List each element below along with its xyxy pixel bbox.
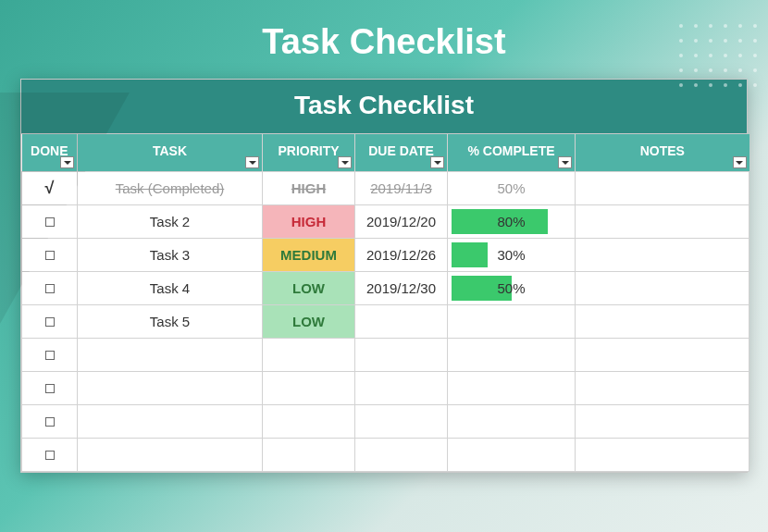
task-cell[interactable] <box>78 372 263 405</box>
table-row <box>22 339 749 372</box>
task-cell[interactable]: Task (Completed) <box>78 172 263 205</box>
duedate-cell[interactable]: 2019/12/26 <box>355 239 448 272</box>
notes-cell[interactable] <box>576 439 749 472</box>
duedate-cell[interactable] <box>355 372 448 405</box>
complete-cell[interactable]: 80% <box>448 205 576 239</box>
done-cell[interactable] <box>22 372 78 405</box>
filter-button-duedate[interactable] <box>430 156 444 168</box>
table-row <box>22 372 749 405</box>
task-cell[interactable] <box>78 439 263 472</box>
table-row: Task 5LOW <box>22 305 749 339</box>
table-row: Task 4LOW2019/12/3050% <box>22 272 749 305</box>
checkbox-icon <box>45 217 55 227</box>
priority-cell[interactable]: LOW <box>263 272 355 305</box>
table-row: Task 3MEDIUM2019/12/2630% <box>22 239 749 272</box>
progress-bar-wrap: 50% <box>448 172 575 204</box>
header-duedate: DUE DATE <box>355 134 448 172</box>
task-cell[interactable] <box>78 339 263 372</box>
complete-cell[interactable] <box>448 339 576 372</box>
header-priority: PRIORITY <box>263 134 355 172</box>
checkbox-icon <box>45 251 55 260</box>
checkbox-icon <box>45 451 55 460</box>
complete-cell[interactable] <box>448 372 576 405</box>
table-row <box>22 439 749 472</box>
checkbox-icon <box>45 317 55 327</box>
table-row <box>22 405 749 439</box>
done-cell[interactable] <box>22 339 78 372</box>
notes-cell[interactable] <box>576 405 749 439</box>
task-cell[interactable]: Task 5 <box>78 305 263 339</box>
priority-cell[interactable]: LOW <box>263 305 355 339</box>
complete-cell[interactable]: 30% <box>448 239 576 272</box>
progress-label: 30% <box>452 242 571 268</box>
checkbox-icon <box>45 351 55 360</box>
filter-button-complete[interactable] <box>558 156 572 168</box>
task-cell[interactable] <box>78 405 263 439</box>
priority-cell[interactable]: MEDIUM <box>263 239 355 272</box>
checkmark-icon: √ <box>45 179 55 197</box>
checkbox-icon <box>45 384 55 393</box>
task-cell[interactable]: Task 3 <box>78 239 263 272</box>
duedate-cell[interactable] <box>355 439 448 472</box>
header-complete-label: % COMPLETE <box>467 143 554 158</box>
progress-bar-wrap: 50% <box>448 272 575 304</box>
complete-cell[interactable] <box>448 405 576 439</box>
header-duedate-label: DUE DATE <box>368 143 434 158</box>
task-cell[interactable]: Task 2 <box>78 205 263 239</box>
done-cell[interactable] <box>22 305 78 339</box>
page-title: Task Checklist <box>0 0 768 79</box>
duedate-cell[interactable]: 2019/11/3 <box>355 172 448 205</box>
sheet-title: Task Checklist <box>21 80 747 134</box>
filter-button-done[interactable] <box>60 156 74 168</box>
task-cell[interactable]: Task 4 <box>78 272 263 305</box>
decorative-dots <box>679 24 757 87</box>
done-cell[interactable] <box>22 239 78 272</box>
notes-cell[interactable] <box>576 239 749 272</box>
header-notes-label: NOTES <box>640 143 685 158</box>
checkbox-icon <box>45 284 55 293</box>
checkbox-icon <box>45 417 55 427</box>
notes-cell[interactable] <box>576 305 749 339</box>
notes-cell[interactable] <box>576 339 749 372</box>
duedate-cell[interactable]: 2019/12/20 <box>355 205 448 239</box>
notes-cell[interactable] <box>576 205 749 239</box>
filter-button-priority[interactable] <box>338 156 352 168</box>
header-row: DONE TASK PRIORITY DUE DATE % COMPLETE N… <box>22 134 749 172</box>
priority-cell[interactable]: HIGH <box>263 205 355 239</box>
header-complete: % COMPLETE <box>448 134 576 172</box>
progress-bar-wrap: 80% <box>448 205 575 238</box>
progress-label: 80% <box>452 209 571 235</box>
priority-cell[interactable]: HIGH <box>263 172 355 205</box>
duedate-cell[interactable] <box>355 339 448 372</box>
priority-cell[interactable] <box>263 439 355 472</box>
priority-cell[interactable] <box>263 372 355 405</box>
duedate-cell[interactable] <box>355 405 448 439</box>
progress-label: 50% <box>452 276 571 302</box>
filter-button-task[interactable] <box>245 156 259 168</box>
notes-cell[interactable] <box>576 272 749 305</box>
complete-cell[interactable]: 50% <box>448 172 576 205</box>
duedate-cell[interactable] <box>355 305 448 339</box>
complete-cell[interactable]: 50% <box>448 272 576 305</box>
progress-label: 50% <box>452 176 571 202</box>
done-cell[interactable] <box>22 439 78 472</box>
done-cell[interactable]: √ <box>22 172 78 205</box>
duedate-cell[interactable]: 2019/12/30 <box>355 272 448 305</box>
task-table: DONE TASK PRIORITY DUE DATE % COMPLETE N… <box>21 134 749 472</box>
table-row: Task 2HIGH2019/12/2080% <box>22 205 749 239</box>
done-cell[interactable] <box>22 205 78 239</box>
header-priority-label: PRIORITY <box>278 143 339 158</box>
filter-button-notes[interactable] <box>733 156 747 168</box>
done-cell[interactable] <box>22 405 78 439</box>
table-row: √Task (Completed)HIGH2019/11/350% <box>22 172 749 205</box>
priority-cell[interactable] <box>263 405 355 439</box>
header-notes: NOTES <box>576 134 749 172</box>
done-cell[interactable] <box>22 272 78 305</box>
priority-cell[interactable] <box>263 339 355 372</box>
header-task-label: TASK <box>153 143 187 158</box>
complete-cell[interactable] <box>448 439 576 472</box>
notes-cell[interactable] <box>576 172 749 205</box>
complete-cell[interactable] <box>448 305 576 339</box>
notes-cell[interactable] <box>576 372 749 405</box>
spreadsheet: Task Checklist DONE TASK PRIORITY DUE DA… <box>20 79 748 473</box>
